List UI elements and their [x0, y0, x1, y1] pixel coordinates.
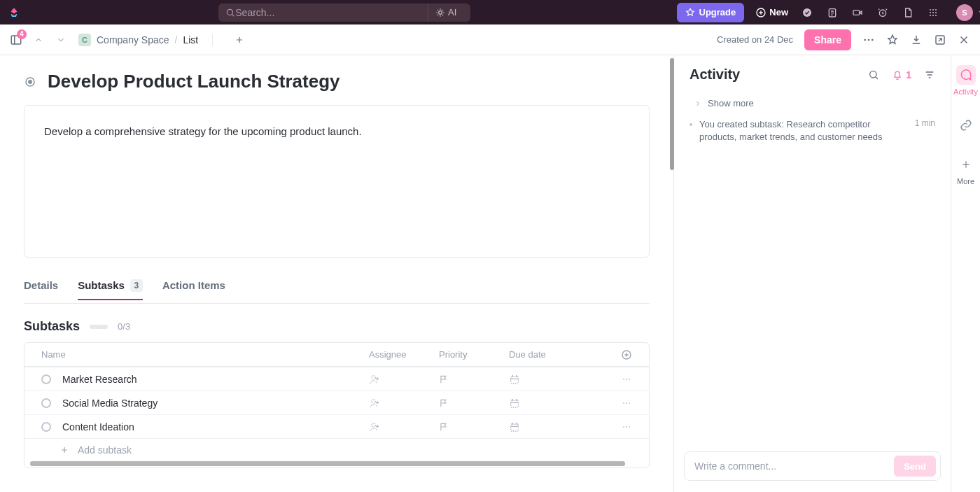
svg-point-11	[932, 12, 934, 13]
activity-title: Activity	[690, 66, 868, 83]
svg-point-28	[626, 379, 627, 380]
subtasks-header-row: Name Assignee Priority Due date	[24, 343, 649, 367]
share-label: Share	[814, 34, 841, 45]
subtask-name: Market Research	[62, 374, 137, 385]
breadcrumb-space[interactable]: Company Space	[97, 34, 169, 45]
row-more-icon[interactable]	[621, 374, 649, 385]
space-badge[interactable]: C	[78, 34, 91, 46]
bullet-icon	[690, 123, 692, 126]
tab-action-items-label: Action Items	[162, 279, 225, 291]
filter-icon[interactable]	[924, 69, 935, 80]
send-button[interactable]: Send	[894, 456, 936, 477]
row-more-icon[interactable]	[621, 398, 649, 409]
chevron-up-icon[interactable]	[32, 34, 45, 46]
activity-panel: Activity 1 Show more You created subtask…	[673, 55, 951, 492]
svg-point-18	[864, 38, 866, 41]
star-icon[interactable]	[886, 34, 899, 46]
plus-icon[interactable]	[233, 34, 246, 46]
tab-details[interactable]: Details	[24, 279, 58, 300]
comment-input[interactable]	[694, 461, 894, 472]
table-row[interactable]: Social Media Strategy	[24, 391, 649, 414]
close-icon[interactable]	[958, 34, 970, 46]
due-date-icon[interactable]	[509, 374, 621, 385]
add-subtask-label: Add subtask	[78, 444, 132, 456]
priority-flag-icon[interactable]	[439, 422, 509, 432]
svg-point-29	[629, 379, 630, 380]
right-rail: Activity More	[951, 55, 980, 492]
assignee-icon[interactable]	[369, 374, 439, 385]
rail-more[interactable]: More	[956, 155, 976, 185]
status-circle-icon[interactable]	[41, 398, 51, 408]
table-row[interactable]: Content Ideation	[24, 414, 649, 438]
comment-box[interactable]: Send	[684, 451, 941, 481]
subtasks-table: Name Assignee Priority Due date Market R…	[24, 342, 650, 468]
table-row[interactable]: Market Research	[24, 367, 649, 391]
svg-point-8	[932, 9, 934, 10]
notepad-icon[interactable]	[826, 6, 839, 19]
external-link-icon[interactable]	[212, 34, 225, 46]
svg-point-35	[372, 423, 375, 426]
avatar-initial: S	[962, 8, 967, 17]
col-priority: Priority	[439, 349, 509, 360]
ai-button[interactable]: AI	[428, 3, 463, 22]
svg-point-3	[803, 8, 811, 17]
status-icon[interactable]	[24, 76, 36, 88]
assignee-icon[interactable]	[369, 398, 439, 409]
chevron-down-icon[interactable]	[55, 34, 67, 46]
notification-bell[interactable]: 1	[892, 69, 911, 80]
doc-icon[interactable]	[902, 6, 914, 19]
svg-point-39	[629, 426, 630, 428]
priority-flag-icon[interactable]	[439, 374, 509, 384]
svg-rect-31	[511, 400, 519, 407]
apps-icon[interactable]	[927, 6, 939, 19]
user-avatar[interactable]: S▾	[956, 4, 973, 21]
due-date-icon[interactable]	[509, 398, 621, 409]
svg-rect-26	[511, 377, 519, 384]
task-title[interactable]: Develop Product Launch Strategy	[48, 71, 340, 92]
activity-search-icon[interactable]	[868, 69, 879, 80]
svg-point-0	[227, 9, 233, 15]
add-subtask-button[interactable]: Add subtask	[24, 438, 649, 461]
horizontal-scrollbar[interactable]	[30, 461, 625, 466]
activity-item: You created subtask: Research competitor…	[690, 115, 935, 146]
svg-point-38	[626, 426, 627, 428]
expand-icon[interactable]	[934, 34, 946, 46]
task-description[interactable]: Develop a comprehensive strategy for the…	[24, 105, 650, 258]
breadcrumb-list[interactable]: List	[183, 34, 198, 45]
download-icon[interactable]	[910, 34, 923, 46]
activity-text: You created subtask: Research competitor…	[699, 118, 908, 143]
rail-link[interactable]	[956, 115, 976, 135]
check-circle-icon[interactable]	[801, 6, 813, 19]
subtasks-header: Subtasks 0/3	[24, 319, 650, 334]
tab-details-label: Details	[24, 279, 58, 291]
svg-point-25	[372, 375, 375, 379]
alarm-icon[interactable]	[876, 6, 889, 19]
panel-scrollbar[interactable]	[670, 58, 674, 170]
add-column-icon[interactable]	[621, 349, 649, 360]
video-icon[interactable]	[851, 6, 864, 19]
priority-flag-icon[interactable]	[439, 398, 509, 408]
share-button[interactable]: Share	[804, 29, 851, 50]
created-on-label: Created on 24 Dec	[717, 34, 793, 45]
svg-point-14	[932, 15, 934, 16]
breadcrumb-separator: /	[175, 34, 178, 45]
app-logo-icon[interactable]	[7, 6, 21, 20]
tab-subtasks[interactable]: Subtasks 3	[78, 279, 143, 300]
global-search[interactable]: AI	[218, 3, 470, 22]
status-circle-icon[interactable]	[41, 374, 51, 384]
rail-activity[interactable]: Activity	[953, 65, 978, 96]
assignee-icon[interactable]	[369, 421, 439, 433]
row-more-icon[interactable]	[621, 421, 649, 433]
due-date-icon[interactable]	[509, 421, 621, 433]
tab-action-items[interactable]: Action Items	[162, 279, 225, 300]
more-dots-icon[interactable]	[862, 34, 875, 46]
show-more-button[interactable]: Show more	[690, 94, 935, 115]
status-circle-icon[interactable]	[41, 422, 51, 432]
activity-body: Show more You created subtask: Research …	[674, 91, 951, 444]
new-button[interactable]: New	[755, 7, 788, 18]
search-input[interactable]	[235, 7, 419, 18]
notif-count: 1	[906, 69, 911, 80]
subtasks-progress-bar	[90, 325, 108, 329]
upgrade-button[interactable]: Upgrade	[677, 3, 745, 22]
svg-point-33	[626, 402, 627, 404]
